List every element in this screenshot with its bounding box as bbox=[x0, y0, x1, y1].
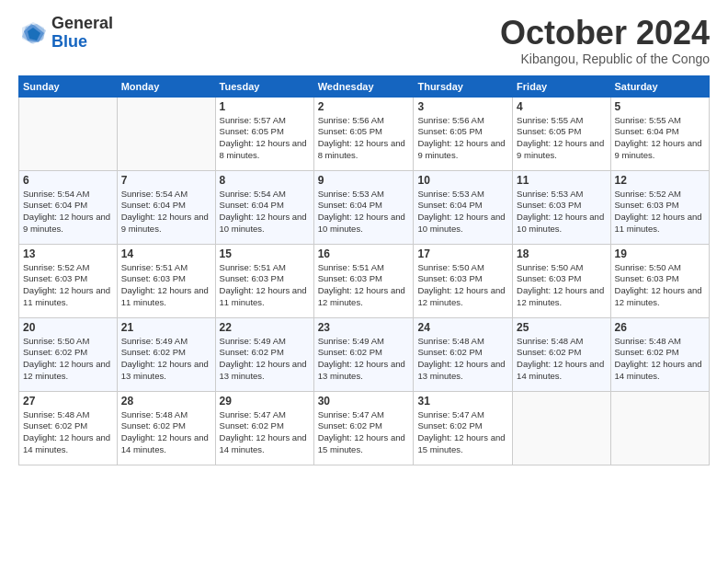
day-cell bbox=[610, 391, 709, 465]
day-cell bbox=[513, 391, 610, 465]
day-cell: 31Sunrise: 5:47 AM Sunset: 6:02 PM Dayli… bbox=[414, 391, 513, 465]
day-info: Sunrise: 5:48 AM Sunset: 6:02 PM Dayligh… bbox=[417, 336, 508, 383]
day-cell: 15Sunrise: 5:51 AM Sunset: 6:03 PM Dayli… bbox=[215, 244, 313, 317]
day-number: 23 bbox=[318, 321, 410, 334]
day-info: Sunrise: 5:48 AM Sunset: 6:02 PM Dayligh… bbox=[121, 409, 211, 456]
calendar-body: 1Sunrise: 5:57 AM Sunset: 6:05 PM Daylig… bbox=[19, 97, 710, 465]
day-info: Sunrise: 5:50 AM Sunset: 6:03 PM Dayligh… bbox=[417, 262, 508, 309]
day-number: 20 bbox=[23, 321, 113, 334]
day-number: 17 bbox=[417, 247, 508, 260]
header-cell-thursday: Thursday bbox=[414, 75, 513, 97]
day-info: Sunrise: 5:53 AM Sunset: 6:03 PM Dayligh… bbox=[517, 189, 606, 236]
day-info: Sunrise: 5:49 AM Sunset: 6:02 PM Dayligh… bbox=[220, 336, 310, 383]
day-info: Sunrise: 5:55 AM Sunset: 6:05 PM Dayligh… bbox=[517, 115, 606, 162]
day-info: Sunrise: 5:56 AM Sunset: 6:05 PM Dayligh… bbox=[318, 115, 410, 162]
day-cell: 27Sunrise: 5:48 AM Sunset: 6:02 PM Dayli… bbox=[19, 391, 118, 465]
day-cell: 3Sunrise: 5:56 AM Sunset: 6:05 PM Daylig… bbox=[414, 97, 513, 170]
day-number: 8 bbox=[220, 174, 310, 187]
header-cell-tuesday: Tuesday bbox=[215, 75, 313, 97]
day-number: 24 bbox=[417, 321, 508, 334]
day-number: 26 bbox=[615, 321, 705, 334]
day-info: Sunrise: 5:49 AM Sunset: 6:02 PM Dayligh… bbox=[318, 336, 410, 383]
day-cell: 14Sunrise: 5:51 AM Sunset: 6:03 PM Dayli… bbox=[117, 244, 215, 317]
logo-icon bbox=[18, 18, 48, 48]
day-number: 19 bbox=[615, 247, 705, 260]
day-cell: 17Sunrise: 5:50 AM Sunset: 6:03 PM Dayli… bbox=[414, 244, 513, 317]
day-info: Sunrise: 5:52 AM Sunset: 6:03 PM Dayligh… bbox=[23, 262, 113, 309]
day-info: Sunrise: 5:48 AM Sunset: 6:02 PM Dayligh… bbox=[23, 409, 113, 456]
day-info: Sunrise: 5:50 AM Sunset: 6:03 PM Dayligh… bbox=[517, 262, 606, 309]
day-info: Sunrise: 5:48 AM Sunset: 6:02 PM Dayligh… bbox=[615, 336, 705, 383]
day-info: Sunrise: 5:51 AM Sunset: 6:03 PM Dayligh… bbox=[220, 262, 310, 309]
day-cell bbox=[19, 97, 118, 170]
day-number: 11 bbox=[517, 174, 606, 187]
day-info: Sunrise: 5:55 AM Sunset: 6:04 PM Dayligh… bbox=[615, 115, 705, 162]
day-cell: 23Sunrise: 5:49 AM Sunset: 6:02 PM Dayli… bbox=[313, 317, 414, 391]
header-cell-friday: Friday bbox=[513, 75, 610, 97]
day-info: Sunrise: 5:48 AM Sunset: 6:02 PM Dayligh… bbox=[517, 336, 606, 383]
day-cell: 10Sunrise: 5:53 AM Sunset: 6:04 PM Dayli… bbox=[414, 170, 513, 244]
week-row-1: 6Sunrise: 5:54 AM Sunset: 6:04 PM Daylig… bbox=[19, 170, 710, 244]
day-info: Sunrise: 5:52 AM Sunset: 6:03 PM Dayligh… bbox=[615, 189, 705, 236]
day-cell: 16Sunrise: 5:51 AM Sunset: 6:03 PM Dayli… bbox=[313, 244, 414, 317]
day-number: 4 bbox=[517, 100, 606, 113]
calendar-table: SundayMondayTuesdayWednesdayThursdayFrid… bbox=[18, 75, 710, 465]
day-cell: 19Sunrise: 5:50 AM Sunset: 6:03 PM Dayli… bbox=[610, 244, 709, 317]
header-cell-saturday: Saturday bbox=[610, 75, 709, 97]
day-cell: 8Sunrise: 5:54 AM Sunset: 6:04 PM Daylig… bbox=[215, 170, 313, 244]
calendar-header: SundayMondayTuesdayWednesdayThursdayFrid… bbox=[19, 75, 710, 97]
day-number: 14 bbox=[121, 247, 211, 260]
day-info: Sunrise: 5:47 AM Sunset: 6:02 PM Dayligh… bbox=[318, 409, 410, 456]
day-cell: 28Sunrise: 5:48 AM Sunset: 6:02 PM Dayli… bbox=[117, 391, 215, 465]
day-cell: 12Sunrise: 5:52 AM Sunset: 6:03 PM Dayli… bbox=[610, 170, 709, 244]
day-info: Sunrise: 5:50 AM Sunset: 6:02 PM Dayligh… bbox=[23, 336, 113, 383]
day-cell: 6Sunrise: 5:54 AM Sunset: 6:04 PM Daylig… bbox=[19, 170, 118, 244]
day-info: Sunrise: 5:54 AM Sunset: 6:04 PM Dayligh… bbox=[220, 189, 310, 236]
day-number: 28 bbox=[121, 395, 211, 408]
day-number: 9 bbox=[318, 174, 410, 187]
day-number: 6 bbox=[23, 174, 113, 187]
day-number: 29 bbox=[220, 395, 310, 408]
day-info: Sunrise: 5:47 AM Sunset: 6:02 PM Dayligh… bbox=[220, 409, 310, 456]
week-row-3: 20Sunrise: 5:50 AM Sunset: 6:02 PM Dayli… bbox=[19, 317, 710, 391]
title-area: October 2024 Kibangou, Republic of the C… bbox=[500, 15, 710, 66]
header-cell-sunday: Sunday bbox=[19, 75, 118, 97]
day-number: 30 bbox=[318, 395, 410, 408]
header-cell-wednesday: Wednesday bbox=[313, 75, 414, 97]
day-number: 12 bbox=[615, 174, 705, 187]
day-info: Sunrise: 5:53 AM Sunset: 6:04 PM Dayligh… bbox=[318, 189, 410, 236]
day-number: 15 bbox=[220, 247, 310, 260]
day-cell: 24Sunrise: 5:48 AM Sunset: 6:02 PM Dayli… bbox=[414, 317, 513, 391]
day-number: 25 bbox=[517, 321, 606, 334]
day-cell: 30Sunrise: 5:47 AM Sunset: 6:02 PM Dayli… bbox=[313, 391, 414, 465]
day-info: Sunrise: 5:51 AM Sunset: 6:03 PM Dayligh… bbox=[318, 262, 410, 309]
day-number: 18 bbox=[517, 247, 606, 260]
page: General Blue October 2024 Kibangou, Repu… bbox=[0, 0, 728, 475]
week-row-4: 27Sunrise: 5:48 AM Sunset: 6:02 PM Dayli… bbox=[19, 391, 710, 465]
day-info: Sunrise: 5:53 AM Sunset: 6:04 PM Dayligh… bbox=[417, 189, 508, 236]
day-cell: 7Sunrise: 5:54 AM Sunset: 6:04 PM Daylig… bbox=[117, 170, 215, 244]
day-number: 13 bbox=[23, 247, 113, 260]
day-info: Sunrise: 5:57 AM Sunset: 6:05 PM Dayligh… bbox=[220, 115, 310, 162]
day-number: 27 bbox=[23, 395, 113, 408]
logo: General Blue bbox=[18, 15, 113, 52]
day-cell: 21Sunrise: 5:49 AM Sunset: 6:02 PM Dayli… bbox=[117, 317, 215, 391]
header-row: SundayMondayTuesdayWednesdayThursdayFrid… bbox=[19, 75, 710, 97]
location: Kibangou, Republic of the Congo bbox=[500, 52, 710, 66]
month-title: October 2024 bbox=[500, 15, 710, 52]
day-number: 10 bbox=[417, 174, 508, 187]
header-cell-monday: Monday bbox=[117, 75, 215, 97]
day-info: Sunrise: 5:54 AM Sunset: 6:04 PM Dayligh… bbox=[23, 189, 113, 236]
logo-blue-text: Blue bbox=[51, 33, 113, 52]
header: General Blue October 2024 Kibangou, Repu… bbox=[18, 15, 710, 66]
day-cell: 11Sunrise: 5:53 AM Sunset: 6:03 PM Dayli… bbox=[513, 170, 610, 244]
day-cell: 13Sunrise: 5:52 AM Sunset: 6:03 PM Dayli… bbox=[19, 244, 118, 317]
day-cell: 18Sunrise: 5:50 AM Sunset: 6:03 PM Dayli… bbox=[513, 244, 610, 317]
day-info: Sunrise: 5:51 AM Sunset: 6:03 PM Dayligh… bbox=[121, 262, 211, 309]
day-number: 21 bbox=[121, 321, 211, 334]
day-cell: 4Sunrise: 5:55 AM Sunset: 6:05 PM Daylig… bbox=[513, 97, 610, 170]
day-info: Sunrise: 5:56 AM Sunset: 6:05 PM Dayligh… bbox=[417, 115, 508, 162]
week-row-2: 13Sunrise: 5:52 AM Sunset: 6:03 PM Dayli… bbox=[19, 244, 710, 317]
day-cell: 1Sunrise: 5:57 AM Sunset: 6:05 PM Daylig… bbox=[215, 97, 313, 170]
day-number: 2 bbox=[318, 100, 410, 113]
